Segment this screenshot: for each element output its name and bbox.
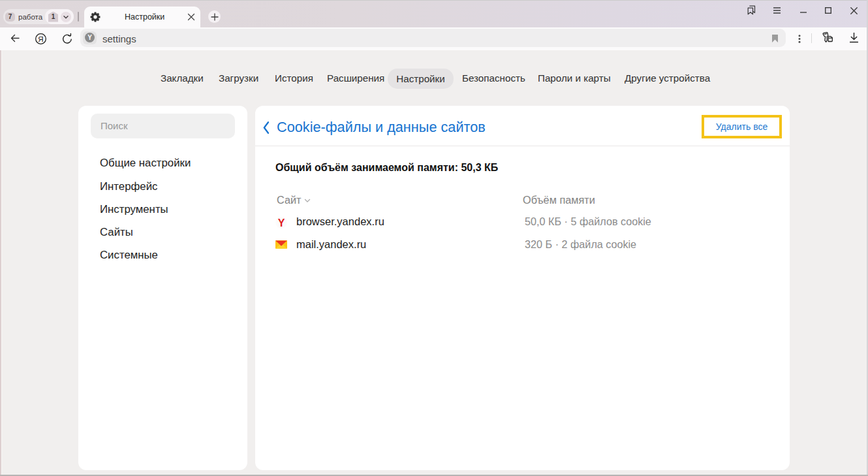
svg-text:Я: Я	[38, 35, 43, 43]
svg-text:Y: Y	[278, 217, 285, 229]
